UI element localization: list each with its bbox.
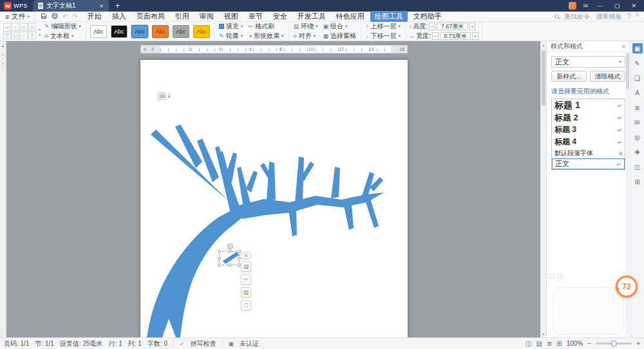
gallery-down-icon[interactable]: ▾	[39, 32, 41, 37]
shape-style-chip-5[interactable]: Abc	[173, 25, 189, 38]
restore-button[interactable]: ▢	[612, 3, 623, 9]
shape-diamond-icon[interactable]: ◇	[20, 23, 28, 31]
align-button[interactable]: ≡ 对齐 ▾	[292, 32, 319, 40]
style-item-body-selected[interactable]: 正文 ↵	[552, 158, 625, 169]
selection-handle[interactable]	[218, 250, 221, 253]
selection-handle[interactable]	[218, 257, 221, 260]
zoom-in-button[interactable]: +	[636, 340, 640, 347]
scrollbar-thumb[interactable]	[542, 50, 545, 106]
tree-shape[interactable]	[140, 60, 408, 337]
clipboard-icon[interactable]: ❏	[632, 73, 643, 83]
paste-options-icon[interactable]	[158, 92, 166, 100]
tab-references[interactable]: 引用	[171, 11, 194, 22]
shape-vrect-icon[interactable]: ▯	[28, 32, 36, 39]
new-tab-button[interactable]: +	[109, 1, 126, 10]
style-item-heading2[interactable]: 标题 2 ↵	[552, 111, 625, 124]
tab-drawing-tools[interactable]: 绘图工具	[370, 11, 408, 22]
bring-forward-button[interactable]: ↑ 上移一层 ▾	[365, 23, 402, 30]
file-menu-button[interactable]: ≡ 文件 ▾	[0, 12, 35, 21]
text-box-button[interactable]: A 文本框 ▾	[43, 32, 82, 40]
close-button[interactable]: ✕	[629, 3, 639, 9]
current-style-dropdown[interactable]: 正文 ▾	[551, 56, 625, 68]
height-increase-button[interactable]: +	[469, 23, 475, 30]
tab-page-layout[interactable]: 页面布局	[132, 11, 169, 22]
new-style-button[interactable]: 新样式...	[551, 71, 587, 82]
certificate-label[interactable]: 未认证	[240, 339, 259, 348]
shape-triangle-icon[interactable]: △	[28, 23, 36, 31]
style-item-heading4[interactable]: 标题 4 ↵	[552, 136, 625, 148]
tab-developer[interactable]: 开发工具	[293, 11, 330, 22]
selection-pane-button[interactable]: ▦ 选择窗格	[322, 32, 358, 40]
selection-handle[interactable]	[228, 263, 231, 267]
scroll-up-icon[interactable]: ▴	[541, 42, 546, 47]
search-input[interactable]: 查找命令、搜索模板	[564, 12, 622, 21]
target-tool-icon[interactable]: ◎	[632, 132, 643, 142]
width-increase-button[interactable]: +	[472, 32, 478, 40]
fill-button[interactable]: 填充 ▾	[218, 23, 245, 30]
layout-options-icon[interactable]: ▤	[241, 261, 251, 272]
tab-close-icon[interactable]: ✕	[99, 3, 104, 9]
tab-insert[interactable]: 插入	[108, 11, 131, 22]
tab-home[interactable]: 开始	[83, 11, 106, 22]
spellcheck-label[interactable]: 拼写检查	[191, 339, 216, 348]
save-icon[interactable]	[41, 13, 47, 21]
scroll-down-icon[interactable]: ▾	[541, 332, 546, 336]
document-tab[interactable]: 文字文稿1 ✕	[33, 0, 109, 12]
zoom-slider[interactable]	[596, 343, 632, 344]
collapse-left-icon[interactable]: ▴	[2, 43, 4, 48]
outline-list-icon[interactable]: ≣	[632, 102, 643, 113]
selection-handle[interactable]	[218, 263, 221, 267]
tab-special-apps[interactable]: 特色应用	[332, 11, 369, 22]
styles-panel-icon[interactable]: ▣	[632, 43, 643, 53]
zoom-slider-thumb[interactable]	[612, 341, 616, 346]
document-page[interactable]: ↓ ↻ ⊖ ▤ ✏ ▨ □	[140, 60, 408, 337]
quick-outline-icon[interactable]: □	[241, 300, 251, 310]
shape-style-chip-3-selected[interactable]: Abc	[131, 25, 148, 38]
mail-tool-icon[interactable]: ✉	[632, 117, 643, 127]
outline-button[interactable]: ✎ 轮廓 ▾	[218, 32, 245, 40]
web-layout-view-icon[interactable]: ◫	[526, 340, 531, 347]
edit-tool-icon[interactable]: ✎	[632, 58, 643, 68]
tab-security[interactable]: 安全	[269, 11, 292, 22]
shape-square-icon[interactable]: ◻	[12, 32, 19, 39]
user-avatar[interactable]	[569, 2, 576, 10]
width-decrease-button[interactable]: −	[432, 32, 439, 40]
style-item-default-font[interactable]: 默认段落字体 a	[552, 148, 625, 158]
outline-view-icon[interactable]: ≣	[547, 340, 552, 347]
height-input[interactable]: 7.67厘米	[437, 23, 468, 30]
collapse-quick-toolbar-icon[interactable]: ⊖	[241, 252, 251, 259]
print-icon[interactable]	[52, 13, 58, 21]
shape-circle-icon[interactable]: ○	[12, 23, 19, 31]
shape-style-chip-4[interactable]: Abc	[152, 25, 169, 38]
progress-badge[interactable]: 73	[616, 276, 638, 297]
font-tool-icon[interactable]: A	[632, 88, 643, 98]
selection-handle[interactable]	[228, 250, 231, 253]
tab-section[interactable]: 章节	[244, 11, 267, 22]
horizontal-ruler[interactable]: 4 2 2 4 6 8 10 12 14 16	[140, 45, 408, 53]
redo-icon[interactable]: ↷	[72, 14, 77, 20]
fullscreen-view-icon[interactable]: ⊞	[556, 340, 562, 347]
minimize-button[interactable]: —	[594, 3, 605, 9]
zoom-out-button[interactable]: −	[587, 340, 591, 347]
grid-tool-icon[interactable]: ⊞	[632, 176, 643, 187]
zoom-level[interactable]: 100%	[567, 340, 583, 347]
help-icon[interactable]: ?	[627, 13, 631, 20]
shape-rect-icon[interactable]: ▭	[3, 23, 11, 31]
shape-effects-button[interactable]: ◑ 形状效果 ▾	[247, 32, 285, 40]
tab-review[interactable]: 审阅	[195, 11, 218, 22]
tab-doc-assistant[interactable]: 文档助手	[409, 11, 446, 22]
wps-logo[interactable]: W WPS	[0, 2, 33, 10]
quick-fill-icon[interactable]: ▨	[241, 287, 251, 297]
wrap-button[interactable]: ▤ 环绕 ▾	[292, 23, 319, 30]
shape-triangle-down-icon[interactable]: ▽	[3, 32, 11, 39]
shape-style-chip-2[interactable]: Abc	[111, 25, 128, 38]
style-item-heading1[interactable]: 标题 1 ↵	[552, 99, 625, 111]
format-painter-button[interactable]: ✏ 格式刷	[247, 23, 285, 30]
vertical-scrollbar[interactable]: ▴ ▾	[540, 41, 546, 337]
clear-format-button[interactable]: 清除格式	[590, 71, 625, 82]
add-tool-icon[interactable]: ✚	[632, 147, 643, 157]
style-brush-icon[interactable]: ✏	[241, 274, 251, 285]
message-icon[interactable]: ✉	[583, 3, 588, 9]
send-backward-button[interactable]: ↓ 下移一层 ▾	[365, 32, 402, 40]
group-button[interactable]: ▣ 组合 ▾	[322, 23, 358, 30]
